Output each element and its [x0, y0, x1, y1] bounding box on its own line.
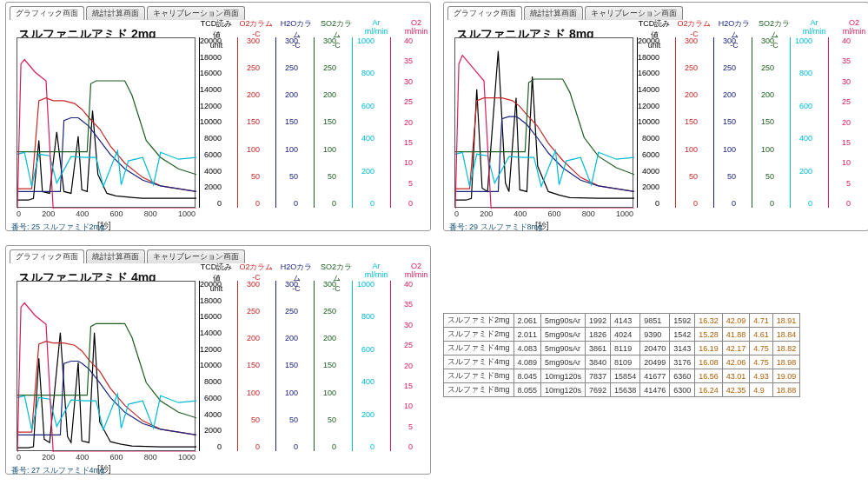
axis-scale-tcd: 2000018000160001400012000100008000600040…: [637, 37, 659, 208]
table-cell: 4.9: [750, 383, 773, 397]
table-cell: 18.88: [772, 383, 800, 397]
series-line: [455, 79, 634, 175]
table-cell: 41476: [640, 383, 670, 397]
tab[interactable]: 統計計算画面: [86, 249, 145, 263]
table-cell: 18.82: [772, 342, 800, 355]
table-cell: 16.56: [695, 369, 723, 383]
axis-scale-ar: 10008006004002000: [352, 281, 374, 451]
table-cell: スルファミド4mg: [444, 355, 514, 369]
table-cell: 42.35: [722, 383, 750, 397]
table-cell: 15854: [611, 369, 640, 383]
table-cell: 10mg120s: [541, 383, 586, 397]
tab[interactable]: グラフィック画面: [10, 249, 84, 263]
axis-scale-tcd: 2000018000160001400012000100008000600040…: [199, 281, 222, 451]
table-cell: 41677: [640, 369, 670, 383]
results-table: スルファミド2mg2.0615mg90sAr199241439851159216…: [443, 313, 800, 397]
axis-scale-h2ocol: 300250200150100500: [275, 37, 298, 208]
tab[interactable]: グラフィック画面: [10, 6, 84, 20]
table-cell: 20499: [640, 355, 670, 369]
table-cell: 3861: [586, 342, 611, 355]
axis-scale-o2: 4035302520151050: [390, 37, 413, 208]
axis-scale-tcd: 2000018000160001400012000100008000600040…: [199, 37, 222, 208]
axis-scale-h2ocol: 300250200150100500: [713, 37, 736, 208]
table-cell: 4.089: [514, 355, 541, 369]
chart-panel-p8: グラフィック画面統計計算画面キャリブレーション画面スルファニルアミド 8mgTC…: [443, 2, 868, 231]
table-cell: 1592: [670, 314, 695, 328]
table-cell: 4143: [611, 314, 640, 328]
table-cell: 19.09: [772, 369, 800, 383]
axis-scale-ar: 10008006004002000: [790, 37, 812, 208]
table-cell: 1826: [586, 328, 611, 342]
chart-panel-p2: グラフィック画面統計計算画面キャリブレーション画面スルファニルアミド 2mgTC…: [5, 2, 431, 231]
chart-panel-p4: グラフィック画面統計計算画面キャリブレーション画面スルファニルアミド 4mgTC…: [5, 245, 431, 475]
table-row: スルファミド2mg2.0615mg90sAr199241439851159216…: [444, 314, 800, 328]
table-cell: 4.75: [750, 342, 773, 355]
table-cell: スルファミド8mg: [444, 383, 514, 397]
tab[interactable]: 統計計算画面: [86, 6, 145, 20]
plot-area: [454, 37, 633, 208]
axis-scale-o2col: 300250200150100500: [237, 281, 260, 451]
axis-scale-ar: 10008006004002000: [352, 37, 374, 208]
table-cell: 16.08: [695, 355, 723, 369]
table-cell: 41.88: [722, 328, 750, 342]
table-cell: 15.28: [695, 328, 723, 342]
table-cell: 4.75: [750, 355, 773, 369]
x-ticks: 02004006008001000: [17, 209, 195, 218]
table-cell: 16.24: [695, 383, 723, 397]
series-line: [17, 323, 196, 418]
table-row: スルファミド4mg4.0835mg90sAr386181192047031431…: [444, 342, 800, 355]
table-cell: スルファミド8mg: [444, 369, 514, 383]
table-cell: 4.71: [750, 314, 773, 328]
axis-scale-o2: 4035302520151050: [390, 281, 413, 451]
table-cell: 15638: [611, 383, 640, 397]
table-cell: 7692: [586, 383, 611, 397]
x-ticks: 02004006008001000: [17, 453, 195, 462]
axis-scale-so2col: 300250200150100500: [314, 281, 336, 451]
axis-scale-o2col: 300250200150100500: [675, 37, 698, 208]
series-line: [17, 150, 196, 186]
table-cell: 1992: [586, 314, 611, 328]
table-cell: 4024: [611, 328, 640, 342]
table-row: スルファミド2mg2.0115mg90sAr182640249390154215…: [444, 328, 800, 342]
axis-scale-o2: 4035302520151050: [828, 37, 851, 208]
tab[interactable]: グラフィック画面: [447, 6, 522, 20]
plot-area: [17, 281, 195, 451]
table-row: スルファミド8mg8.05510mg120s769215638414766300…: [444, 383, 800, 397]
panel-footer: 番号: 27 スルファミド4mg: [11, 465, 104, 476]
series-line: [17, 303, 196, 453]
tab[interactable]: 統計計算画面: [524, 6, 583, 20]
table-cell: 16.32: [695, 314, 723, 328]
table-cell: 2.011: [514, 328, 541, 342]
table-cell: 3143: [670, 342, 695, 355]
axis-scale-so2col: 300250200150100500: [314, 37, 336, 208]
table-cell: 18.91: [772, 314, 800, 328]
series-line: [17, 81, 196, 175]
axis-scale-h2ocol: 300250200150100500: [275, 281, 298, 451]
table-cell: スルファミド4mg: [444, 342, 514, 355]
table-cell: 18.98: [772, 355, 800, 369]
table-cell: 42.09: [722, 314, 750, 328]
table-cell: スルファミド2mg: [444, 328, 514, 342]
table-cell: 10mg120s: [541, 369, 586, 383]
table-cell: 9390: [640, 328, 670, 342]
plot-area: [17, 37, 195, 208]
axis-scale-o2col: 300250200150100500: [237, 37, 260, 208]
table-cell: 6360: [670, 369, 695, 383]
table-cell: 5mg90sAr: [541, 328, 586, 342]
table-cell: 42.06: [722, 355, 750, 369]
axis-scale-so2col: 300250200150100500: [752, 37, 774, 208]
panel-footer: 番号: 29 スルファミド8mg: [449, 222, 542, 233]
table-cell: 8.045: [514, 369, 541, 383]
series-line: [17, 60, 196, 209]
table-cell: 5mg90sAr: [541, 342, 586, 355]
table-cell: 3840: [586, 355, 611, 369]
table-cell: スルファミド2mg: [444, 314, 514, 328]
table-cell: 1542: [670, 328, 695, 342]
x-ticks: 02004006008001000: [454, 209, 633, 218]
table-cell: 43.01: [722, 369, 750, 383]
table-cell: 20470: [640, 342, 670, 355]
table-cell: 8109: [611, 355, 640, 369]
series-line: [17, 394, 196, 429]
table-cell: 8119: [611, 342, 640, 355]
table-cell: 4.93: [750, 369, 773, 383]
